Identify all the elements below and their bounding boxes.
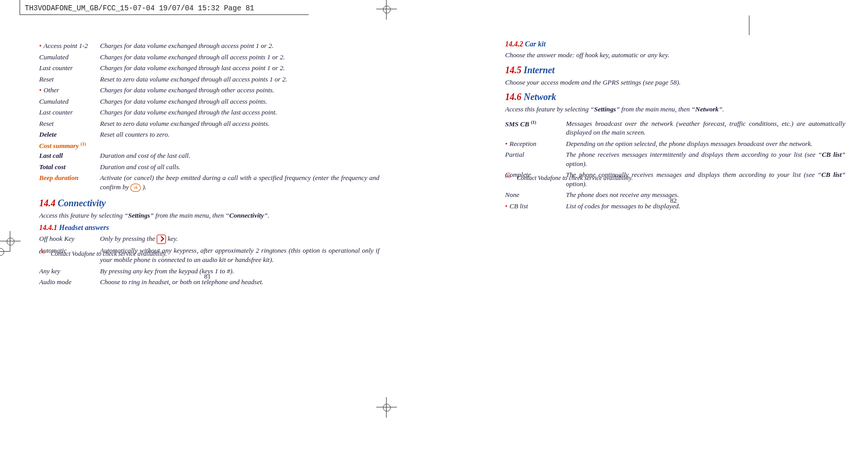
p-14-5: Choose your access modem and the GPRS se… [505,78,845,87]
regmark-top [381,4,392,14]
h-14-4-1: 14.4.1 Headset answers [39,224,379,232]
page-82: 14.4.2 Car kit Choose the answer mode: o… [505,40,845,212]
p-14-4: Access this feature by selecting “Settin… [39,211,379,220]
footnote-82: (1) Contact Vodafone to check service av… [505,173,633,182]
footnote-81: (1) Contact Vodafone to check service av… [39,249,167,258]
p-14-4-2: Choose the answer mode: off hook key, au… [505,51,845,60]
cost-summary-heading: Cost summary (1) [39,141,379,150]
regmark-corner [749,15,749,35]
beep-duration-term: Beep duration [39,172,100,193]
h-14-5: 14.5 Internet [505,65,845,76]
print-slug: TH3VODAFONE_UM_GB/FCC_15-07-04 19/07/04 … [25,4,254,12]
regmark-right [0,247,5,257]
h-14-4-2: 14.4.2 Car kit [505,40,845,48]
page-81: •Access point 1-2Charges for data volume… [39,40,379,288]
h-14-4: 14.4 Connectivity [39,198,379,209]
ok-icon: ok [130,184,141,192]
regmark-bottom [381,402,392,413]
regmark-left [5,236,15,247]
pagenum-82: 82 [670,196,677,205]
pagenum-81: 81 [204,272,211,281]
access-points-table: •Access point 1-2Charges for data volume… [39,40,379,140]
send-key-icon [157,235,166,244]
h-14-6: 14.6 Network [505,92,845,103]
cost-table: Last callDuration and cost of the last c… [39,150,379,193]
p-14-6: Access this feature by selecting “Settin… [505,105,845,114]
